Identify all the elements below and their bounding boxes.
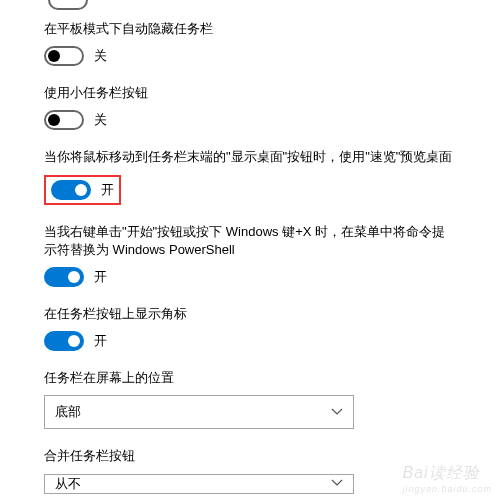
toggle-small-buttons[interactable] (44, 110, 84, 130)
annotation-highlight: 开 (44, 175, 121, 205)
setting-label-powershell: 当我右键单击"开始"按钮或按下 Windows 键+X 时，在菜单中将命令提示符… (44, 223, 456, 259)
setting-label-taskbar-location: 任务栏在屏幕上的位置 (44, 369, 456, 387)
toggle-peek-desktop[interactable] (51, 180, 91, 200)
select-value-taskbar-location: 底部 (55, 403, 81, 421)
setting-label-small-buttons: 使用小任务栏按钮 (44, 84, 456, 102)
setting-label-autohide-tablet: 在平板模式下自动隐藏任务栏 (44, 20, 456, 38)
toggle-show-badges[interactable] (44, 331, 84, 351)
select-taskbar-location[interactable]: 底部 (44, 395, 354, 429)
toggle-state-powershell: 开 (94, 268, 107, 286)
select-value-combine-buttons: 从不 (55, 475, 81, 493)
toggle-state-peek-desktop: 开 (101, 181, 114, 199)
setting-label-peek-desktop: 当你将鼠标移动到任务栏末端的"显示桌面"按钮时，使用"速览"预览桌面 (44, 148, 456, 166)
toggle-powershell[interactable] (44, 267, 84, 287)
chevron-down-icon (331, 405, 343, 419)
toggle-autohide-tablet[interactable] (44, 46, 84, 66)
toggle-state-small-buttons: 关 (94, 111, 107, 129)
chevron-down-icon (331, 475, 343, 490)
setting-label-combine-buttons: 合并任务栏按钮 (44, 447, 456, 465)
toggle-state-show-badges: 开 (94, 332, 107, 350)
toggle-state-autohide-tablet: 关 (94, 47, 107, 65)
select-combine-buttons[interactable]: 从不 (44, 474, 354, 494)
partial-toggle-top (48, 0, 456, 12)
setting-label-show-badges: 在任务栏按钮上显示角标 (44, 305, 456, 323)
